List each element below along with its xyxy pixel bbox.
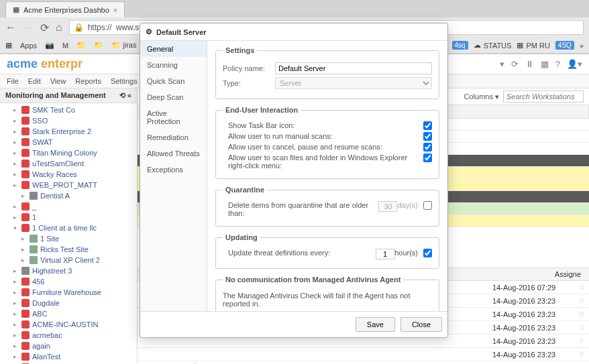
- sidebar-item[interactable]: ▸Stark Enterprise 2: [0, 126, 137, 137]
- tree-caret-icon[interactable]: ▸: [13, 353, 19, 360]
- close-button[interactable]: Close: [400, 317, 442, 332]
- opt-taskbar-checkbox[interactable]: [423, 121, 432, 130]
- tree-caret-icon[interactable]: ▸: [13, 332, 19, 339]
- sidebar-item[interactable]: ▸_: [0, 201, 137, 212]
- back-icon[interactable]: ←: [5, 21, 16, 34]
- bookmark-4sq[interactable]: 4sq: [452, 41, 468, 50]
- sidebar-item[interactable]: ▸Highstreet 3: [0, 265, 137, 276]
- policy-name-input[interactable]: [275, 62, 432, 74]
- sidebar-item[interactable]: ▸uTestSamClient: [0, 158, 137, 169]
- sidebar-item[interactable]: ▸ABC: [0, 308, 137, 319]
- save-button[interactable]: Save: [356, 317, 395, 332]
- sidebar-item[interactable]: ▸456: [0, 276, 137, 287]
- bookmark-jiras[interactable]: 📁 jiras: [111, 41, 136, 50]
- quarantine-checkbox[interactable]: [423, 201, 432, 210]
- tree-caret-icon[interactable]: ▸: [21, 246, 27, 253]
- menu-settings[interactable]: Settings: [111, 77, 138, 85]
- sidebar-collapse-icon[interactable]: ⟲ «: [119, 91, 131, 100]
- check-row[interactable]: ✓🕐ⓘ⚠Windows Service Check - Managed Anti…: [138, 361, 589, 364]
- updating-hours-input[interactable]: [376, 249, 394, 259]
- star-icon[interactable]: ☆: [578, 296, 585, 305]
- sidebar-item[interactable]: ▸AlanTest: [0, 351, 137, 362]
- refresh-icon[interactable]: ⟳: [511, 59, 519, 69]
- star-icon[interactable]: ☆: [578, 310, 585, 318]
- tree-caret-icon[interactable]: ▸: [13, 128, 19, 135]
- close-icon[interactable]: ×: [113, 6, 117, 14]
- bookmark-overflow[interactable]: »: [580, 42, 584, 50]
- sidebar-item[interactable]: ▸Virtual XP Client 2: [0, 255, 137, 265]
- sidebar-item[interactable]: ▸acmebac: [0, 330, 137, 341]
- dialog-nav-item[interactable]: Active Protection: [140, 105, 207, 129]
- sidebar-item[interactable]: ▸SWAT: [0, 137, 137, 147]
- dialog-nav-item[interactable]: Deep Scan: [140, 89, 207, 105]
- tree-caret-icon[interactable]: ▸: [13, 160, 19, 167]
- tree-caret-icon[interactable]: ▸: [13, 289, 19, 296]
- help-icon[interactable]: ?: [555, 59, 560, 69]
- bookmark-pmru[interactable]: ▦ PM RU: [517, 41, 549, 50]
- tree-caret-icon[interactable]: ▸: [13, 310, 19, 317]
- reload-icon[interactable]: ⟳: [40, 21, 49, 34]
- sidebar-item[interactable]: ▸Dentist A: [0, 190, 137, 201]
- dialog-nav-item[interactable]: Allowed Threats: [140, 145, 207, 162]
- bookmark-4sq2[interactable]: 4SQ: [555, 41, 574, 50]
- menu-view[interactable]: View: [50, 77, 66, 85]
- updating-checkbox[interactable]: [423, 249, 432, 257]
- tree-caret-icon[interactable]: ▸: [21, 192, 27, 199]
- tree-caret-icon[interactable]: ▸: [13, 117, 19, 124]
- tree-caret-icon[interactable]: ▸: [13, 107, 19, 113]
- sidebar-item[interactable]: ▸Furniture Warehouse: [0, 287, 137, 298]
- sidebar-item[interactable]: ▸Dugdale: [0, 298, 137, 308]
- opt-manual-checkbox[interactable]: [423, 132, 432, 141]
- sidebar-item[interactable]: ▸again: [0, 341, 137, 351]
- dialog-nav-item[interactable]: General: [140, 41, 207, 57]
- dropdown-icon[interactable]: ▾: [500, 59, 504, 69]
- columns-button[interactable]: Columns ▾: [464, 93, 499, 101]
- sidebar-item[interactable]: ▸1 Site: [0, 233, 137, 244]
- sidebar-item[interactable]: ▸Ricks Test Site: [0, 244, 137, 255]
- type-select[interactable]: Server: [275, 77, 432, 89]
- bookmark-item[interactable]: 📷: [45, 41, 54, 50]
- sidebar-item[interactable]: ▾1 Client at a time llc: [0, 223, 137, 233]
- tree-caret-icon[interactable]: ▸: [21, 257, 27, 263]
- bookmark-item[interactable]: M: [62, 42, 68, 50]
- tree-caret-icon[interactable]: ▸: [13, 300, 19, 306]
- dialog-nav-item[interactable]: Exceptions: [140, 162, 207, 178]
- tree-caret-icon[interactable]: ▸: [13, 278, 19, 285]
- star-icon[interactable]: ☆: [578, 350, 585, 359]
- bookmark-status[interactable]: ☁ STATUS: [474, 41, 512, 50]
- list-item[interactable]: 14-Aug-2016 23:23☆: [138, 348, 589, 361]
- tree-caret-icon[interactable]: ▸: [13, 214, 19, 221]
- browser-tab[interactable]: ▦ Acme Enterprises Dashbo ×: [5, 1, 125, 17]
- menu-edit[interactable]: Edit: [28, 77, 41, 85]
- star-icon[interactable]: ☆: [578, 337, 585, 345]
- sidebar-item[interactable]: ▸Wacky Races: [0, 169, 137, 180]
- pause-icon[interactable]: ⏸: [525, 59, 534, 69]
- star-icon[interactable]: ☆: [578, 323, 585, 332]
- tree-caret-icon[interactable]: ▸: [13, 182, 19, 188]
- opt-explorer-checkbox[interactable]: [423, 154, 432, 162]
- dialog-nav-item[interactable]: Remediation: [140, 129, 207, 145]
- user-icon[interactable]: 👤▾: [567, 59, 582, 69]
- sidebar-item[interactable]: ▸1: [0, 212, 137, 223]
- sidebar-item[interactable]: ▸Titan Mining Colony: [0, 147, 137, 158]
- tree-caret-icon[interactable]: ▸: [13, 171, 19, 178]
- menu-file[interactable]: File: [7, 77, 19, 85]
- tree-caret-icon[interactable]: ▸: [13, 139, 19, 145]
- tree-caret-icon[interactable]: ▸: [13, 321, 19, 328]
- tree-caret-icon[interactable]: ▸: [21, 235, 27, 242]
- dialog-nav-item[interactable]: Quick Scan: [140, 73, 207, 89]
- apps-icon[interactable]: ▦: [5, 41, 12, 50]
- sidebar-item[interactable]: ▸SMK Test Co: [0, 105, 137, 115]
- bookmark-item[interactable]: 📁: [94, 41, 103, 50]
- menu-reports[interactable]: Reports: [75, 77, 101, 85]
- sidebar-item[interactable]: ▸ACME-INC-AUSTIN: [0, 319, 137, 330]
- bookmark-apps[interactable]: Apps: [20, 42, 37, 50]
- sidebar-item[interactable]: ▸WEB_PROT_MATT: [0, 180, 137, 190]
- bookmark-item[interactable]: 📁: [76, 41, 86, 50]
- tree-caret-icon[interactable]: ▸: [13, 149, 19, 156]
- tree-caret-icon[interactable]: ▾: [13, 225, 19, 231]
- opt-cancel-checkbox[interactable]: [423, 143, 432, 151]
- tree-caret-icon[interactable]: ▸: [13, 203, 19, 210]
- star-icon[interactable]: ☆: [578, 283, 585, 292]
- home-icon[interactable]: ⌂: [56, 21, 62, 34]
